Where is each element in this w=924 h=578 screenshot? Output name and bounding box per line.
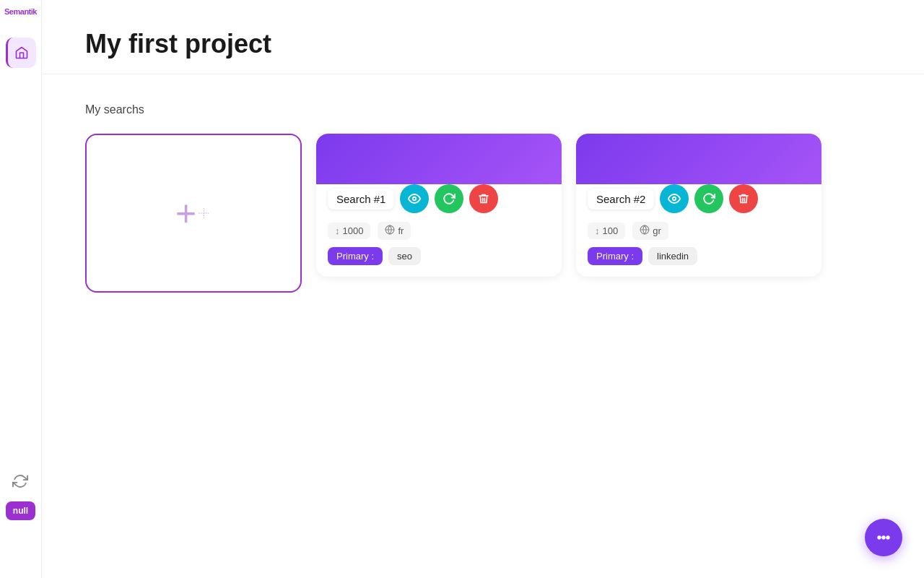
search-card-1-actions: Search #1: [328, 184, 550, 213]
page-title: My first project: [85, 29, 881, 59]
search-card-2-body: Search #2: [576, 184, 821, 277]
search-1-eye-button[interactable]: [400, 184, 429, 213]
search-1-refresh-button[interactable]: [435, 184, 463, 213]
search-1-meta: ↕ 1000 fr: [328, 222, 550, 240]
svg-point-5: [673, 197, 676, 201]
search-card-2-actions: Search #2: [588, 184, 810, 213]
volume-icon: ↕: [595, 225, 600, 236]
main-content: My first project My searchs: [42, 0, 924, 578]
refresh-icon: [443, 192, 456, 205]
search-2-eye-button[interactable]: [660, 184, 689, 213]
sync-button[interactable]: [7, 468, 33, 494]
language-icon: [385, 225, 395, 237]
trash-icon: [738, 193, 749, 204]
eye-icon: [668, 192, 681, 205]
home-icon: [14, 46, 29, 60]
search-1-tags: Primary : seo: [328, 247, 550, 265]
search-2-meta: ↕ 100 gr: [588, 222, 810, 240]
search-2-secondary-tag: linkedin: [648, 247, 697, 265]
search-1-delete-button[interactable]: [469, 184, 498, 213]
search-2-tags: Primary : linkedin: [588, 247, 810, 265]
eye-icon: [408, 192, 421, 205]
chat-fab-button[interactable]: [865, 519, 902, 556]
cards-row: Search #1: [85, 134, 881, 293]
searches-section-title: My searchs: [85, 103, 881, 116]
page-content: My searchs Search #1: [42, 74, 924, 578]
svg-point-2: [413, 197, 417, 201]
search-2-language: gr: [632, 222, 668, 240]
search-card-1-body: Search #1: [316, 184, 562, 277]
trash-icon: [478, 193, 489, 204]
search-card-2: Search #2: [576, 134, 821, 277]
svg-point-9: [883, 537, 885, 539]
add-search-card[interactable]: [85, 134, 302, 293]
svg-point-10: [887, 537, 889, 539]
search-1-language: fr: [378, 222, 411, 240]
sidebar-bottom: null: [6, 468, 35, 520]
search-2-primary-tag: Primary :: [588, 247, 642, 265]
add-icon: [175, 195, 212, 231]
search-1-label: Search #1: [328, 189, 394, 210]
null-badge[interactable]: null: [6, 501, 35, 520]
search-2-label: Search #2: [588, 189, 654, 210]
chat-icon: [875, 529, 892, 546]
page-header: My first project: [42, 0, 924, 74]
search-2-volume: ↕ 100: [588, 223, 625, 239]
search-1-secondary-tag: seo: [388, 247, 421, 265]
sync-icon: [12, 473, 28, 489]
svg-point-8: [879, 537, 881, 539]
refresh-icon: [702, 192, 715, 205]
plus-icon: [196, 191, 212, 235]
app-logo: Semantik: [4, 7, 37, 16]
search-1-primary-tag: Primary :: [328, 247, 383, 265]
search-1-volume: ↕ 1000: [328, 223, 370, 239]
search-2-refresh-button[interactable]: [694, 184, 723, 213]
sidebar: Semantik null: [0, 0, 42, 578]
search-2-delete-button[interactable]: [729, 184, 758, 213]
search-card-1: Search #1: [316, 134, 562, 277]
volume-icon: ↕: [335, 225, 340, 236]
language-icon: [640, 225, 650, 237]
sidebar-item-home[interactable]: [6, 38, 36, 68]
